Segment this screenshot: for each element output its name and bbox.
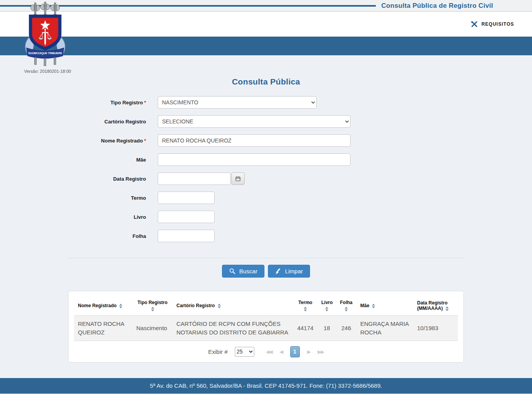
search-form: Tipo Registro* NASCIMENTO Cartório Regis… [0,96,532,242]
livro-label: Livro [0,214,158,220]
logo-motto-text: SUUMCUIQUE TRIBUERE [28,52,62,55]
version-label: Versão: 20180201-18:00 [22,69,69,74]
cartorio-registro-label: Cartório Registro [0,119,158,125]
results-header-row: Nome Registrado Tipo Registro Cartório R… [74,295,458,316]
tipo-registro-select[interactable]: NASCIMENTO [158,96,317,109]
footer-bar: 5ª Av. do CAB, nº 560, Salvador/BA - Bra… [0,378,532,394]
next-page-button[interactable]: ▶ [307,349,310,355]
col-tipo-registro[interactable]: Tipo Registro [132,295,173,316]
form-separator [68,258,465,258]
livro-input[interactable] [158,211,215,223]
calendar-icon [235,176,241,181]
page-title: Consulta Pública [0,77,532,86]
sort-icon [304,307,307,311]
cartorio-registro-select[interactable]: SELECIONE [158,115,351,128]
main-content: Consulta Pública Tipo Registro* NASCIMEN… [0,55,532,362]
cell-folha: 246 [336,316,356,341]
cell-cartorio: CARTÓRIO DE RCPN COM FUNÇÕES NOTARIAIS D… [173,316,293,341]
folha-input[interactable] [158,230,215,242]
sort-icon [151,307,154,311]
blue-band [0,37,532,55]
data-registro-label: Data Registro [0,176,158,182]
header-band: REQUISITOS [0,12,532,37]
limpar-button[interactable]: Limpar [268,265,310,278]
col-folha[interactable]: Folha [336,295,356,316]
limpar-label: Limpar [285,268,303,274]
sort-icon [218,304,221,308]
data-registro-input[interactable] [158,172,231,185]
requisitos-label: REQUISITOS [481,21,514,27]
col-cartorio-registro[interactable]: Cartório Registro [173,295,293,316]
requisitos-link[interactable]: REQUISITOS [470,20,514,28]
exibir-label: Exibir # [208,348,227,355]
calendar-button[interactable] [231,172,245,185]
cell-mae: ENGRAÇA MARIA ROCHA [356,316,413,341]
cell-nome: RENATO ROCHA QUEIROZ [74,316,132,341]
col-data-registro[interactable]: Data Registro (MM/AAAA) [413,295,458,316]
mae-input[interactable] [158,153,351,166]
cell-termo: 44174 [293,316,317,341]
first-page-button[interactable]: ◀◀ [266,349,272,355]
sort-icon [345,307,348,311]
results-card: Nome Registrado Tipo Registro Cartório R… [68,291,464,362]
current-page-button[interactable]: 1 [290,346,300,357]
termo-input[interactable] [158,192,215,204]
termo-label: Termo [0,195,158,201]
mae-label: Mãe [0,157,158,163]
sort-icon [446,306,449,311]
sort-icon [119,304,122,308]
nome-registrado-label: Nome Registrado* [0,138,158,144]
sort-icon [325,307,328,311]
pagination: Exibir # 25 ◀◀ ◀ 1 ▶ ▶▶ [74,346,458,357]
cell-tipo: Nascimento [132,316,173,341]
col-nome-registrado[interactable]: Nome Registrado [74,295,132,316]
required-marker: * [144,138,146,144]
col-termo[interactable]: Termo [293,295,317,316]
tipo-registro-label: Tipo Registro* [0,100,158,106]
tools-icon [470,20,478,28]
search-icon [229,268,236,274]
broom-icon [275,268,282,274]
cell-livro: 18 [317,316,336,341]
col-livro[interactable]: Livro [317,295,336,316]
footer-address: 5ª Av. do CAB, nº 560, Salvador/BA - Bra… [150,382,382,389]
nome-registrado-input[interactable] [158,134,351,147]
col-mae[interactable]: Mãe [356,295,413,316]
buscar-label: Buscar [239,268,257,274]
page-size-select[interactable]: 25 [235,347,254,357]
app-title: Consulta Pública de Registro Civil [381,2,532,10]
coat-of-arms: SUUMCUIQUE TRIBUERE [23,1,67,67]
required-marker: * [144,100,146,106]
last-page-button[interactable]: ▶▶ [318,349,324,355]
logo: SUUMCUIQUE TRIBUERE Versão: 20180201-18:… [22,1,69,74]
prev-page-button[interactable]: ◀ [280,349,283,355]
buscar-button[interactable]: Buscar [222,265,264,278]
cell-data: 10/1983 [413,316,458,341]
results-table: Nome Registrado Tipo Registro Cartório R… [74,295,458,341]
top-strip: Consulta Pública de Registro Civil [0,0,532,12]
folha-label: Folha [0,233,158,239]
table-row[interactable]: RENATO ROCHA QUEIROZ Nascimento CARTÓRIO… [74,316,458,341]
sort-icon [372,304,375,308]
